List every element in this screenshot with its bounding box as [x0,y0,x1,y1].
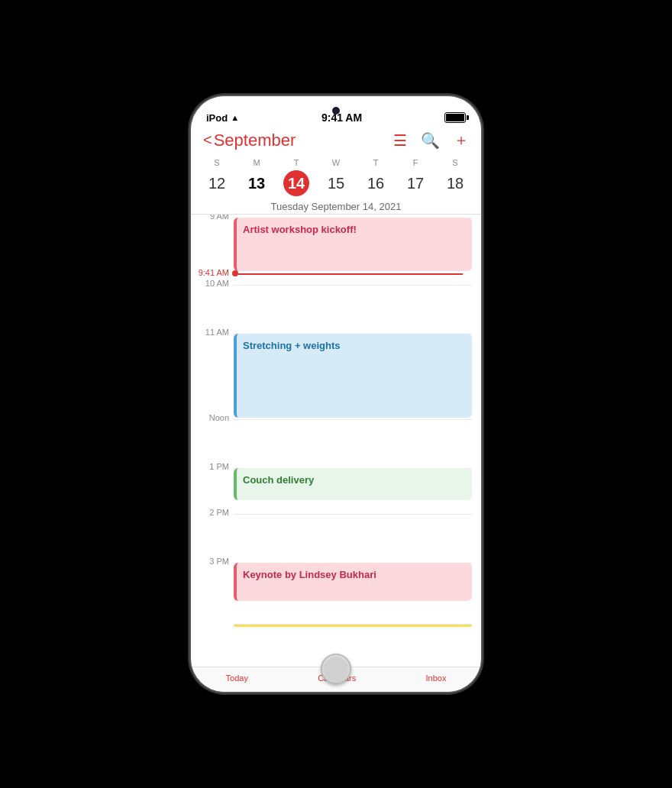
date-17[interactable]: 17 [402,170,428,196]
slot-9am: 9 AM Artist workshop kickoff! [234,218,472,271]
label-noon: Noon [194,413,229,422]
current-time-label: 9:41 AM [191,268,229,277]
event-artist-workshop-title: Artist workshop kickoff! [243,224,357,235]
selected-date-label: Tuesday September 14, 2021 [191,196,481,214]
month-nav[interactable]: < September [203,131,296,150]
label-3pm: 3 PM [194,557,229,566]
week-dates: 12 13 14 15 16 17 18 [191,170,481,196]
date-18[interactable]: 18 [442,170,468,196]
battery-fill [446,114,464,121]
tab-today-label: Today [226,673,248,683]
date-13[interactable]: 13 [244,170,270,196]
battery-area [444,112,466,123]
day-s1: S [197,158,237,169]
label-11am: 11 AM [194,328,229,337]
timeline-bottom-spacer [234,630,472,645]
month-title[interactable]: September [214,131,296,150]
time-line-noon [234,419,472,420]
add-event-icon[interactable]: ＋ [454,130,469,150]
day-t1: T [276,158,316,169]
tab-inbox[interactable]: Inbox [425,673,446,683]
event-stretching[interactable]: Stretching + weights [234,334,472,418]
day-s2: S [435,158,475,169]
current-time-dot [232,270,238,276]
tab-inbox-label: Inbox [425,673,446,683]
carrier-label: iPod [206,112,228,124]
calendar-header: < September ☰ 🔍 ＋ [191,127,481,157]
date-15[interactable]: 15 [323,170,349,196]
event-artist-workshop[interactable]: Artist workshop kickoff! [234,218,472,271]
tab-today[interactable]: Today [226,673,248,683]
wifi-icon: ▲ [231,113,239,122]
camera [332,107,340,115]
time-line-4pm [234,624,472,625]
search-icon[interactable]: 🔍 [421,131,440,150]
day-t2: T [356,158,396,169]
time-line-2pm [234,514,472,515]
slot-1pm: 1 PM Couch delivery [234,468,472,514]
label-1pm: 1 PM [194,462,229,471]
label-9am: 9 AM [194,215,229,221]
event-keynote-title: Keynote by Lindsey Bukhari [243,569,376,580]
date-12[interactable]: 12 [204,170,230,196]
day-m: M [237,158,276,169]
slot-10am: 10 AM [234,285,472,331]
label-2pm: 2 PM [194,508,229,517]
yellow-event-area [234,624,472,627]
device: iPod ▲ 9:41 AM < September ☰ 🔍 ＋ [191,96,481,692]
home-button[interactable] [321,654,351,684]
week-day-headers: S M T W T F S [191,157,481,170]
header-actions: ☰ 🔍 ＋ [393,130,469,150]
current-time-indicator: 9:41 AM [191,273,472,285]
list-view-icon[interactable]: ☰ [393,131,407,150]
timeline-inner: 9 AM Artist workshop kickoff! 9:41 AM 10… [191,218,481,645]
event-stretching-title: Stretching + weights [243,340,341,351]
label-10am: 10 AM [194,279,229,288]
status-left: iPod ▲ [206,112,239,124]
battery-icon [444,112,466,123]
device-screen: iPod ▲ 9:41 AM < September ☰ 🔍 ＋ [191,96,481,692]
event-keynote[interactable]: Keynote by Lindsey Bukhari [234,563,472,601]
date-16[interactable]: 16 [363,170,389,196]
time-display: 9:41 AM [321,111,362,124]
back-chevron-icon[interactable]: < [203,131,212,149]
slot-noon: Noon [234,419,472,465]
event-couch-delivery[interactable]: Couch delivery [234,468,472,500]
current-time-line [238,273,463,275]
time-line-10 [234,285,472,286]
day-w: W [316,158,356,169]
timeline[interactable]: 9 AM Artist workshop kickoff! 9:41 AM 10… [191,215,481,667]
slot-2pm: 2 PM [234,514,472,560]
slot-11am: 11 AM Stretching + weights [234,334,472,418]
day-f: F [396,158,435,169]
date-14-today[interactable]: 14 [283,170,309,196]
slot-3pm: 3 PM Keynote by Lindsey Bukhari [234,563,472,609]
event-couch-delivery-title: Couch delivery [243,474,314,486]
